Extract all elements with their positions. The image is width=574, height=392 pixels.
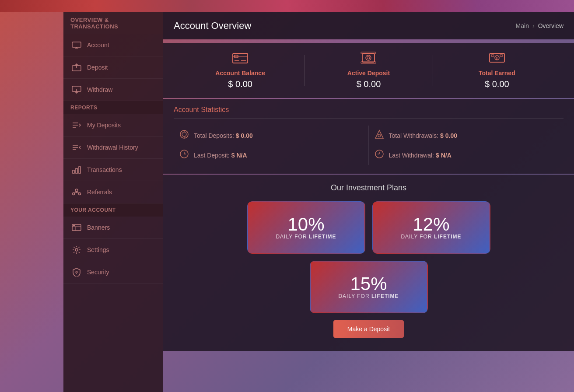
page-header: Account Overview Main › Overview: [163, 12, 574, 39]
last-deposit-value: $ N/A: [231, 152, 247, 159]
plan-15-desc: DAILY FOR LIFETIME: [338, 293, 399, 299]
breadcrumb: Main › Overview: [516, 22, 564, 29]
stat-account-balance: Account Balance $ 0.00: [176, 52, 304, 89]
svg-text:$: $: [496, 56, 498, 60]
active-deposit-value: $ 0.00: [357, 79, 381, 89]
referrals-icon: [70, 187, 83, 197]
banners-icon: [70, 223, 83, 232]
total-deposits-label: Total Deposits:: [194, 132, 234, 139]
plans-grid: 10% DAILY FOR LIFETIME 12% DAILY FOR LIF…: [176, 201, 561, 254]
plan-card-12[interactable]: 12% DAILY FOR LIFETIME: [372, 201, 490, 254]
total-earned-value: $ 0.00: [485, 79, 509, 89]
svg-rect-36: [362, 53, 374, 62]
account-balance-icon: [232, 52, 248, 67]
svg-point-29: [76, 271, 77, 273]
svg-point-51: [378, 134, 381, 137]
stats-grid: Total Deposits: $ 0.00 Total Withdrawals…: [174, 126, 564, 165]
sidebar-item-deposit[interactable]: Deposit: [63, 56, 163, 79]
breadcrumb-separator: ›: [532, 22, 535, 29]
svg-rect-13: [73, 170, 74, 173]
last-deposit-icon: [179, 149, 189, 161]
sidebar-item-security[interactable]: Security: [63, 261, 163, 284]
sidebar-section-overview: Overview & Transactions: [63, 12, 163, 34]
sidebar-section-reports: Reports: [63, 101, 163, 114]
total-deposits-value: $ 0.00: [236, 132, 253, 139]
plan-10-percent: 10%: [287, 215, 324, 234]
stat-total-deposits: Total Deposits: $ 0.00: [174, 126, 369, 145]
stat-total-withdrawals: Total Withdrawals: $ 0.00: [369, 126, 564, 145]
investment-plans-section: Our Investment Plans 10% DAILY FOR LIFET…: [163, 175, 574, 351]
plan-card-15[interactable]: 15% DAILY FOR LIFETIME: [310, 261, 428, 313]
sidebar-item-account[interactable]: Account: [63, 34, 163, 56]
settings-icon: [70, 245, 83, 255]
sidebar-item-referrals[interactable]: Referrals: [63, 181, 163, 203]
svg-rect-43: [500, 55, 503, 56]
withdraw-icon: [70, 85, 83, 94]
plan-15-percent: 15%: [350, 275, 387, 293]
total-withdrawals-icon: [374, 129, 385, 142]
sidebar-section-your-account: Your Account: [63, 203, 163, 217]
sidebar-item-transactions[interactable]: Transactions: [63, 159, 163, 181]
stat-active-deposit: Active Deposit $ 0.00: [304, 52, 432, 89]
my-deposits-icon: [70, 120, 83, 130]
total-deposits-icon: [179, 129, 189, 142]
main-content: Account Overview Main › Overview Account…: [163, 12, 574, 392]
total-withdrawals-value: $ 0.00: [440, 132, 457, 139]
svg-rect-14: [76, 168, 77, 173]
sidebar-item-my-deposits[interactable]: My Deposits: [63, 114, 163, 136]
sidebar: Overview & Transactions Account Deposit: [63, 12, 163, 392]
transactions-icon: [70, 165, 83, 175]
svg-point-38: [367, 56, 370, 59]
plan-12-desc: DAILY FOR LIFETIME: [401, 234, 461, 240]
svg-point-16: [75, 189, 78, 192]
breadcrumb-main: Main: [516, 22, 529, 29]
svg-point-18: [79, 193, 81, 195]
svg-point-17: [73, 193, 75, 195]
account-statistics: Account Statistics Total Deposits: $ 0.0…: [163, 99, 574, 174]
security-icon: [70, 267, 83, 277]
svg-rect-42: [491, 55, 494, 56]
withdrawal-history-icon: [70, 143, 83, 152]
plan-card-10[interactable]: 10% DAILY FOR LIFETIME: [247, 201, 365, 254]
sidebar-item-withdrawal-history[interactable]: Withdrawal History: [63, 136, 163, 159]
svg-rect-15: [79, 167, 80, 173]
page-title: Account Overview: [174, 20, 251, 32]
make-deposit-button[interactable]: Make a Deposit: [333, 320, 404, 338]
active-deposit-label: Active Deposit: [347, 70, 390, 77]
sidebar-item-settings[interactable]: Settings: [63, 239, 163, 261]
active-deposit-icon: [360, 52, 376, 67]
deposit-icon: [70, 63, 83, 72]
last-withdrawal-value: $ N/A: [436, 152, 452, 159]
investment-plans-title: Our Investment Plans: [176, 183, 561, 192]
total-earned-label: Total Earned: [479, 70, 515, 77]
account-statistics-title: Account Statistics: [174, 106, 564, 119]
svg-rect-27: [73, 225, 75, 226]
plan-12-percent: 12%: [413, 215, 449, 234]
stat-total-earned: $ Total Earned $ 0.00: [433, 52, 561, 89]
stats-container: Account Balance $ 0.00 Active Deposit $ …: [163, 43, 574, 98]
top-bar: [0, 0, 574, 12]
account-balance-value: $ 0.00: [228, 79, 252, 89]
breadcrumb-current: Overview: [538, 22, 564, 29]
plan-10-desc: DAILY FOR LIFETIME: [276, 234, 336, 240]
stat-last-deposit: Last Deposit: $ N/A: [174, 145, 369, 165]
sidebar-item-withdraw[interactable]: Withdraw: [63, 79, 163, 101]
svg-point-28: [75, 248, 78, 251]
last-deposit-label: Last Deposit:: [194, 152, 230, 159]
stat-last-withdrawal: Last Withdrawal: $ N/A: [369, 145, 564, 165]
account-balance-label: Account Balance: [215, 70, 265, 77]
total-earned-icon: $: [489, 52, 505, 67]
monitor-icon: [70, 40, 83, 50]
svg-point-37: [366, 55, 371, 60]
total-withdrawals-label: Total Withdrawals:: [389, 132, 439, 139]
sidebar-item-banners[interactable]: Banners: [63, 217, 163, 239]
plans-row-2: 15% DAILY FOR LIFETIME: [176, 261, 561, 313]
svg-point-47: [182, 132, 186, 136]
last-withdrawal-label: Last Withdrawal:: [389, 152, 434, 159]
last-withdrawal-icon: [374, 149, 385, 161]
svg-rect-0: [72, 42, 81, 47]
